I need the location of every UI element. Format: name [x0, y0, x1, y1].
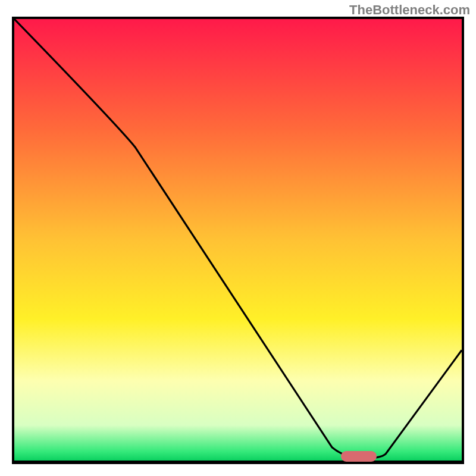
chart-container: TheBottleneck.com — [0, 0, 476, 476]
chart-plot-area — [12, 17, 464, 464]
watermark-text: TheBottleneck.com — [349, 2, 470, 18]
bottleneck-curve — [14, 19, 462, 461]
optimal-marker — [341, 451, 377, 462]
